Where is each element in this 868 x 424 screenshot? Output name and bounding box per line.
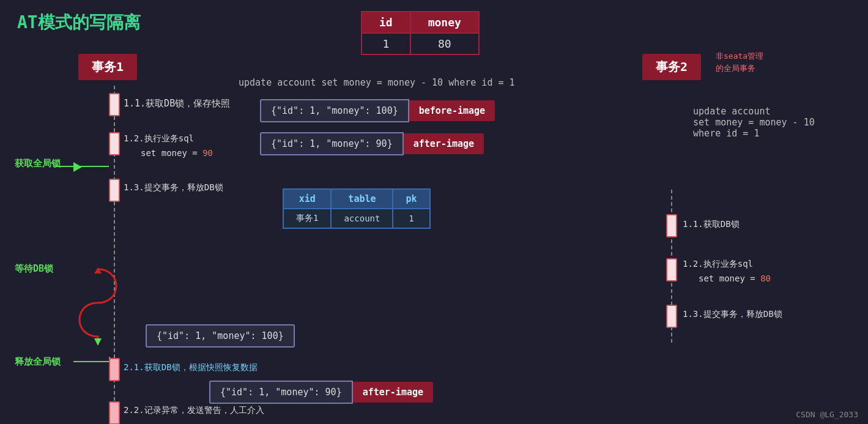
- tx1-step3-box: [109, 179, 120, 202]
- db-table-header-money: money: [410, 12, 479, 33]
- lock-table-row: 事务1 account 1: [283, 209, 430, 228]
- after-image-json-1: {"id": 1, "money": 90}: [260, 132, 404, 155]
- after-image-box-2: {"id": 1, "money": 90} after-image: [209, 381, 433, 404]
- before-image-label: before-image: [409, 100, 495, 121]
- tx2-note: 非seata管理的全局事务: [716, 50, 763, 74]
- tx1-step2-box: [109, 132, 120, 155]
- tx2-step2-box: [666, 258, 677, 281]
- page-title: AT模式的写隔离: [17, 11, 141, 34]
- watermark: CSDN @LG_2033: [796, 410, 858, 419]
- after-image-json-2: {"id": 1, "money": 90}: [209, 381, 353, 404]
- tx1-step1-label: 1.1.获取DB锁，保存快照: [124, 98, 230, 110]
- before-image-json: {"id": 1, "money": 100}: [260, 99, 409, 122]
- get-global-lock-label: 获取全局锁: [15, 158, 61, 169]
- after-image-label-1: after-image: [404, 133, 484, 154]
- tx1-step1-box: [109, 93, 120, 116]
- main-sql: update account set money = money - 10 wh…: [239, 77, 515, 88]
- db-table-cell-money: 80: [410, 33, 479, 54]
- db-table-row: 1 80: [362, 33, 479, 54]
- cursor-indicator: ↑: [231, 420, 239, 424]
- lock-pk-cell: 1: [393, 209, 429, 228]
- tx1-step2-label: 1.2.执行业务sql set money = 90: [124, 132, 213, 161]
- before-image-box: {"id": 1, "money": 100} before-image: [260, 99, 495, 122]
- tx2-step1-box: [666, 214, 677, 237]
- tx2-label: 事务2: [642, 54, 701, 80]
- svg-marker-1: [94, 267, 102, 273]
- tx2-sql: update account set money = money - 10 wh…: [682, 95, 815, 139]
- db-table: id money 1 80: [361, 11, 480, 55]
- lock-table-table: table: [331, 189, 393, 209]
- tx2-step1-label: 1.1.获取DB锁: [683, 219, 740, 230]
- phase2-step1-box: [109, 358, 120, 381]
- lock-table-xid: xid: [283, 189, 331, 209]
- get-global-lock-arrow: [73, 162, 82, 172]
- tx2-step3-label: 1.3.提交事务，释放DB锁: [683, 309, 782, 320]
- db-table-cell-id: 1: [362, 33, 410, 54]
- lock-table: xid table pk 事务1 account 1: [283, 188, 431, 229]
- lock-table-pk: pk: [393, 189, 429, 209]
- phase2-step2-box: [109, 401, 120, 424]
- db-table-header-id: id: [362, 12, 410, 33]
- curl-arrow-svg: [67, 266, 128, 346]
- tx2-step2-label: 1.2.执行业务sql set money = 80: [683, 257, 771, 286]
- after-image-box-1: {"id": 1, "money": 90} after-image: [260, 132, 484, 155]
- rollback-json: {"id": 1, "money": 100}: [146, 324, 295, 348]
- tx1-label: 事务1: [78, 54, 137, 80]
- wait-db-lock-label: 等待DB锁: [15, 263, 53, 275]
- phase2-step2-label: 2.2.记录异常，发送警告，人工介入: [124, 405, 264, 416]
- tx1-step3-label: 1.3.提交事务，释放DB锁: [124, 182, 223, 193]
- after-image-label-2: after-image: [353, 382, 433, 403]
- phase2-step1-label: 2.1.获取DB锁，根据快照恢复数据: [124, 362, 258, 373]
- lock-table-cell: account: [331, 209, 393, 228]
- tx2-step3-box: [666, 305, 677, 328]
- svg-marker-0: [94, 338, 102, 346]
- get-global-lock-line: [55, 166, 109, 167]
- lock-xid-cell: 事务1: [283, 209, 331, 228]
- release-global-lock-line: [73, 361, 110, 362]
- release-global-lock-label: 释放全局锁: [15, 356, 61, 368]
